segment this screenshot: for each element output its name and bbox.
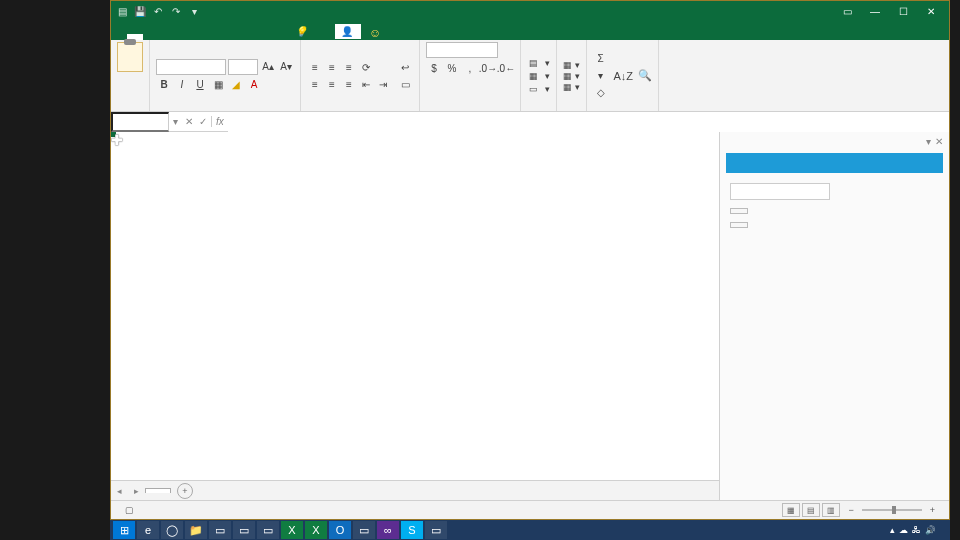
edge-icon[interactable]: e bbox=[137, 521, 159, 539]
zoom-in-icon[interactable]: + bbox=[930, 505, 935, 515]
zoom-out-icon[interactable]: − bbox=[848, 505, 853, 515]
sheet-tab[interactable] bbox=[145, 488, 171, 493]
minimize-button[interactable]: — bbox=[861, 1, 889, 21]
tray-volume-icon[interactable]: 🔊 bbox=[925, 525, 936, 535]
excel-icon-2[interactable]: X bbox=[305, 521, 327, 539]
percent-format-icon[interactable]: % bbox=[444, 60, 460, 76]
qat-dropdown-icon[interactable]: ▾ bbox=[187, 4, 201, 18]
formula-bar-input[interactable] bbox=[228, 112, 949, 132]
fx-icon[interactable]: fx bbox=[212, 116, 228, 127]
app-icon-3[interactable]: ▭ bbox=[353, 521, 375, 539]
format-cells-button[interactable]: ▦ ▾ bbox=[563, 82, 580, 92]
tray-cloud-icon[interactable]: ☁ bbox=[899, 525, 908, 535]
group-number: $ % , .0→ .0← bbox=[420, 40, 521, 111]
conditional-formatting-button[interactable]: ▤ ▾ bbox=[527, 57, 550, 69]
increase-font-icon[interactable]: A▴ bbox=[260, 59, 276, 75]
zoom-slider[interactable] bbox=[862, 509, 922, 511]
view-page-break-icon[interactable]: ▥ bbox=[822, 503, 840, 517]
indent-decrease-icon[interactable]: ⇤ bbox=[358, 76, 374, 92]
fill-color-icon[interactable]: ◢ bbox=[228, 77, 244, 93]
save-icon[interactable]: 💾 bbox=[133, 4, 147, 18]
undo-icon[interactable]: ↶ bbox=[151, 4, 165, 18]
cancel-formula-icon[interactable]: ✕ bbox=[185, 116, 193, 127]
sheet-nav-next-icon[interactable]: ▸ bbox=[128, 486, 145, 496]
find-select-button[interactable]: 🔍 bbox=[638, 69, 652, 82]
excel-icon-1[interactable]: X bbox=[281, 521, 303, 539]
redo-icon[interactable]: ↷ bbox=[169, 4, 183, 18]
ribbon-tabs: 💡 👤 ☺ bbox=[111, 21, 949, 40]
feedback-smiley-icon[interactable]: ☺ bbox=[365, 26, 385, 40]
font-color-icon[interactable]: A bbox=[246, 77, 262, 93]
reload-page-button[interactable] bbox=[730, 222, 748, 228]
align-left-icon[interactable]: ≡ bbox=[307, 76, 323, 92]
excel-logo-icon: ▤ bbox=[115, 4, 129, 18]
date-input[interactable] bbox=[730, 183, 830, 200]
notepad-icon[interactable]: ▭ bbox=[257, 521, 279, 539]
taskpane-close-icon[interactable]: ✕ bbox=[935, 136, 943, 147]
skype-icon[interactable]: S bbox=[401, 521, 423, 539]
app-icon-2[interactable]: ▭ bbox=[233, 521, 255, 539]
border-icon[interactable]: ▦ bbox=[210, 77, 226, 93]
underline-button[interactable]: U bbox=[192, 77, 208, 93]
new-sheet-button[interactable]: + bbox=[177, 483, 193, 499]
ribbon-display-icon[interactable]: ▭ bbox=[833, 1, 861, 21]
excel-window: ▤ 💾 ↶ ↷ ▾ ▭ — ☐ ✕ 💡 👤 ☺ bbox=[110, 0, 950, 520]
explorer-icon[interactable]: 📁 bbox=[185, 521, 207, 539]
tell-me[interactable]: 💡 bbox=[287, 23, 315, 40]
increase-decimal-icon[interactable]: .0→ bbox=[480, 60, 496, 76]
outlook-icon[interactable]: O bbox=[329, 521, 351, 539]
cell-styles-button[interactable]: ▭ ▾ bbox=[527, 83, 550, 95]
taskpane-menu-icon[interactable]: ▾ bbox=[926, 136, 931, 147]
decrease-font-icon[interactable]: A▾ bbox=[278, 59, 294, 75]
status-bar: ▢ ▦ ▤ ▥ − + bbox=[111, 500, 949, 519]
editing-label bbox=[593, 109, 653, 110]
view-page-layout-icon[interactable]: ▤ bbox=[802, 503, 820, 517]
insert-cells-button[interactable]: ▦ ▾ bbox=[563, 60, 580, 70]
macro-record-icon[interactable]: ▢ bbox=[125, 505, 134, 515]
formula-bar-row: ▾ ✕ ✓ fx bbox=[111, 112, 949, 132]
italic-button[interactable]: I bbox=[174, 77, 190, 93]
update-stocks-button[interactable] bbox=[730, 208, 748, 214]
autosum-icon[interactable]: Σ bbox=[593, 51, 609, 67]
maximize-button[interactable]: ☐ bbox=[889, 1, 917, 21]
clear-icon[interactable]: ◇ bbox=[593, 85, 609, 101]
wrap-text-icon[interactable]: ↩ bbox=[397, 59, 413, 75]
delete-cells-button[interactable]: ▦ ▾ bbox=[563, 71, 580, 81]
font-size-select[interactable] bbox=[228, 59, 258, 75]
align-center-icon[interactable]: ≡ bbox=[324, 76, 340, 92]
font-name-select[interactable] bbox=[156, 59, 226, 75]
tray-network-icon[interactable]: 🖧 bbox=[912, 525, 921, 535]
tray-up-icon[interactable]: ▴ bbox=[890, 525, 895, 535]
align-right-icon[interactable]: ≡ bbox=[341, 76, 357, 92]
name-box[interactable] bbox=[111, 112, 169, 132]
align-bottom-icon[interactable]: ≡ bbox=[341, 59, 357, 75]
cell-cursor-icon: ✚ bbox=[111, 132, 125, 146]
close-button[interactable]: ✕ bbox=[917, 1, 945, 21]
bold-button[interactable]: B bbox=[156, 77, 172, 93]
number-format-select[interactable] bbox=[426, 42, 498, 58]
paste-icon[interactable] bbox=[117, 42, 143, 72]
comma-format-icon[interactable]: , bbox=[462, 60, 478, 76]
cond-fmt-icon: ▤ bbox=[527, 57, 539, 69]
worksheet-grid[interactable]: ✚ bbox=[111, 132, 719, 480]
share-button[interactable]: 👤 bbox=[335, 24, 361, 39]
sort-filter-button[interactable]: A↓Z bbox=[614, 70, 634, 82]
app-icon-1[interactable]: ▭ bbox=[209, 521, 231, 539]
merge-center-icon[interactable]: ▭ bbox=[397, 76, 413, 92]
start-button[interactable]: ⊞ bbox=[113, 521, 135, 539]
align-middle-icon[interactable]: ≡ bbox=[324, 59, 340, 75]
namebox-dropdown-icon[interactable]: ▾ bbox=[169, 116, 181, 127]
fill-icon[interactable]: ▾ bbox=[593, 68, 609, 84]
decrease-decimal-icon[interactable]: .0← bbox=[498, 60, 514, 76]
align-top-icon[interactable]: ≡ bbox=[307, 59, 323, 75]
format-as-table-button[interactable]: ▦ ▾ bbox=[527, 70, 550, 82]
chrome-icon[interactable]: ◯ bbox=[161, 521, 183, 539]
app-icon-4[interactable]: ▭ bbox=[425, 521, 447, 539]
view-normal-icon[interactable]: ▦ bbox=[782, 503, 800, 517]
visual-studio-icon[interactable]: ∞ bbox=[377, 521, 399, 539]
orientation-icon[interactable]: ⟳ bbox=[358, 59, 374, 75]
sheet-nav-prev-icon[interactable]: ◂ bbox=[111, 486, 128, 496]
accounting-format-icon[interactable]: $ bbox=[426, 60, 442, 76]
enter-formula-icon[interactable]: ✓ bbox=[199, 116, 207, 127]
indent-increase-icon[interactable]: ⇥ bbox=[375, 76, 391, 92]
